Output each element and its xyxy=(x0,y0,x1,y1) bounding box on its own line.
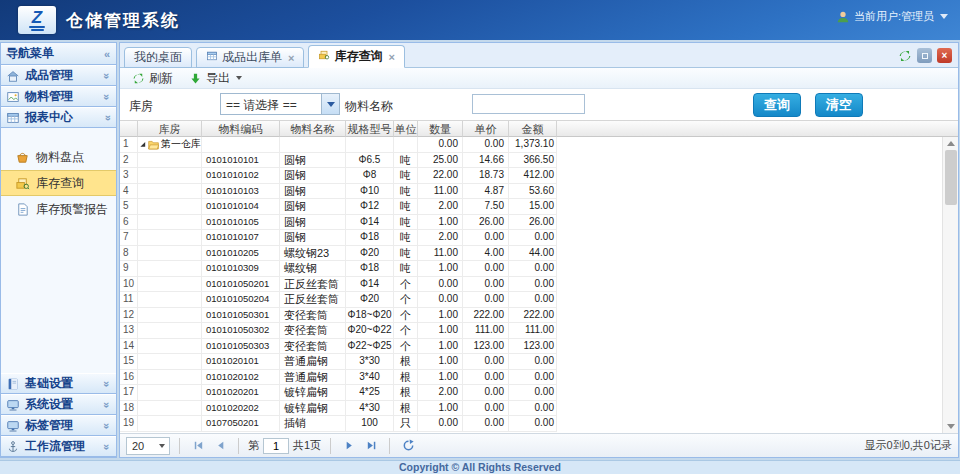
refresh-button[interactable]: 刷新 xyxy=(125,69,180,88)
first-page-button[interactable] xyxy=(189,437,207,455)
export-button[interactable]: 导出 xyxy=(182,69,249,88)
scrollbar-thumb[interactable] xyxy=(945,150,957,205)
sidebar-item-basic-settings[interactable]: 基础设置 » xyxy=(1,373,116,394)
table-row[interactable]: 3 0101010102 圆钢 Φ8 吨 22.00 18.73 412.00 xyxy=(120,168,958,184)
material-name-input[interactable] xyxy=(472,94,585,114)
table-row[interactable]: 13 010101050302 变径套筒 Φ20~Φ22 个 1.00 111.… xyxy=(120,323,958,339)
page-total-label: 共1页 xyxy=(293,438,321,453)
page-size-select[interactable]: 20 xyxy=(126,437,170,455)
table-row[interactable]: 2 0101010101 圆钢 Φ6.5 吨 25.00 14.66 366.5… xyxy=(120,153,958,169)
sidebar-item-workflow-management[interactable]: 工作流管理 » xyxy=(1,436,116,457)
row-number: 13 xyxy=(120,323,138,339)
cell-amount: 0.00 xyxy=(509,292,557,308)
col-material-name[interactable]: 物料名称 xyxy=(280,121,346,137)
close-icon[interactable]: × xyxy=(937,48,952,63)
table-row[interactable]: 4 0101010103 圆钢 Φ10 吨 11.00 4.87 53.60 xyxy=(120,184,958,200)
col-unit[interactable]: 单位 xyxy=(394,121,418,137)
sidebar-item-system-settings[interactable]: 系统设置 » xyxy=(1,394,116,415)
cell-material-name: 普通扁钢 xyxy=(280,354,346,370)
sidebar-title: 导航菜单 xyxy=(6,45,54,62)
tab-my-desktop[interactable]: 我的桌面 xyxy=(124,47,192,68)
tab-inventory-query[interactable]: 库存查询 × xyxy=(308,45,404,68)
last-page-button[interactable] xyxy=(362,437,380,455)
scroll-down-icon[interactable] xyxy=(947,424,955,429)
table-row[interactable]: 14 010101050303 变径套筒 Φ22~Φ25 个 1.00 123.… xyxy=(120,339,958,355)
scroll-up-icon[interactable] xyxy=(947,141,955,146)
table-row[interactable]: 11 010101050204 正反丝套筒 Φ20 个 0.00 0.00 0.… xyxy=(120,292,958,308)
sidebar-item-inventory-query[interactable]: 库存查询 xyxy=(1,170,116,196)
refresh-tab-icon[interactable] xyxy=(898,49,912,63)
prev-page-button[interactable] xyxy=(211,437,229,455)
sidebar-item-material-count[interactable]: 物料盘点 xyxy=(1,144,116,170)
query-button[interactable]: 查询 xyxy=(753,93,801,117)
sidebar-collapse-icon[interactable]: « xyxy=(104,48,110,60)
table-row[interactable]: 15 0101020101 普通扁钢 3*30 根 1.00 0.00 0.00 xyxy=(120,354,958,370)
cell-price: 4.00 xyxy=(463,246,509,262)
warehouse-select[interactable]: == 请选择 == xyxy=(220,93,340,115)
cell-unit: 个 xyxy=(394,339,418,355)
clear-button[interactable]: 清空 xyxy=(815,93,863,117)
chevron-down-icon xyxy=(159,444,165,448)
chevron-double-down-icon: » xyxy=(101,401,113,407)
cell-material-name: 变径套筒 xyxy=(280,339,346,355)
current-user-menu[interactable]: 当前用户:管理员 xyxy=(836,9,948,24)
cell-material-code: 0101010205 xyxy=(202,246,280,262)
next-page-button[interactable] xyxy=(340,437,358,455)
sidebar-item-materials[interactable]: 物料管理 » xyxy=(1,86,116,107)
col-material-code[interactable]: 物料编码 xyxy=(202,121,280,137)
sidebar-item-finished-goods[interactable]: 成品管理 » xyxy=(1,65,116,86)
tab-close-icon[interactable]: × xyxy=(288,52,294,64)
cell-amount: 0.00 xyxy=(509,370,557,386)
col-price[interactable]: 单价 xyxy=(463,121,509,137)
chevron-down-icon xyxy=(940,14,948,19)
sidebar-item-label-management[interactable]: 标签管理 » xyxy=(1,415,116,436)
combo-arrow-button[interactable] xyxy=(321,94,339,114)
tab-label: 我的桌面 xyxy=(134,49,182,66)
tab-finished-goods-outbound[interactable]: 成品出库单 × xyxy=(196,47,304,68)
sidebar: 导航菜单 « 成品管理 » 物料管理 » 报表中心 « xyxy=(0,42,117,458)
cell-price: 26.00 xyxy=(463,215,509,231)
vertical-scrollbar[interactable] xyxy=(942,137,958,433)
col-qty[interactable]: 数量 xyxy=(418,121,463,137)
table-row[interactable]: 17 0101020201 镀锌扁钢 4*25 根 2.00 0.00 0.00 xyxy=(120,385,958,401)
tree-group-row[interactable]: 1 第一仓库 0.00 0.00 1,373.10 xyxy=(120,137,958,153)
sidebar-item-label: 库存查询 xyxy=(36,175,84,192)
table-row[interactable]: 9 0101010309 螺纹钢 Φ18 吨 1.00 0.00 0.00 xyxy=(120,261,958,277)
col-rownum[interactable] xyxy=(120,121,138,137)
cell-qty: 0.00 xyxy=(418,416,463,432)
row-number: 1 xyxy=(120,137,138,153)
cell-unit: 吨 xyxy=(394,261,418,277)
table-row[interactable]: 6 0101010105 圆钢 Φ14 吨 1.00 26.00 26.00 xyxy=(120,215,958,231)
table-row[interactable]: 12 010101050301 变径套筒 Φ18~Φ20 个 1.00 222.… xyxy=(120,308,958,324)
cell-price: 18.73 xyxy=(463,168,509,184)
tab-close-icon[interactable]: × xyxy=(388,51,394,63)
page-prefix-label: 第 xyxy=(248,438,259,453)
table-row[interactable]: 10 010101050201 正反丝套筒 Φ14 个 0.00 0.00 0.… xyxy=(120,277,958,293)
table-row[interactable]: 7 0101010107 圆钢 Φ18 吨 2.00 0.00 0.00 xyxy=(120,230,958,246)
cell-spec: Φ6.5 xyxy=(346,153,394,169)
table-row[interactable]: 8 0101010205 螺纹钢23 Φ20 吨 11.00 4.00 44.0… xyxy=(120,246,958,262)
table-row[interactable]: 5 0101010104 圆钢 Φ12 吨 2.00 7.50 15.00 xyxy=(120,199,958,215)
sidebar-item-label: 报表中心 xyxy=(25,109,73,126)
sidebar-item-inventory-warning-report[interactable]: 库存预警报告 xyxy=(1,196,116,222)
table-row[interactable]: 19 0107050201 插销 100 只 0.00 0.00 0.00 xyxy=(120,416,958,432)
tree-expand-icon[interactable] xyxy=(140,141,146,148)
col-amount[interactable]: 金额 xyxy=(509,121,557,137)
col-warehouse[interactable]: 库房 xyxy=(138,121,202,137)
table-row[interactable]: 16 0101020102 普通扁钢 3*40 根 1.00 0.00 0.00 xyxy=(120,370,958,386)
main-panel: 我的桌面 成品出库单 × 库存查询 × × xyxy=(119,42,959,458)
table-row[interactable]: 18 0101020202 镀锌扁钢 4*30 根 1.00 0.00 0.00 xyxy=(120,401,958,417)
cell-spec: 100 xyxy=(346,416,394,432)
page-number-input[interactable] xyxy=(263,438,289,454)
cell-unit: 个 xyxy=(394,277,418,293)
cell-amount: 123.00 xyxy=(509,339,557,355)
cell-price: 0.00 xyxy=(463,277,509,293)
pager-refresh-button[interactable] xyxy=(399,437,417,455)
sidebar-item-report-center[interactable]: 报表中心 « xyxy=(1,107,116,128)
cell-spec: Φ14 xyxy=(346,215,394,231)
col-spec[interactable]: 规格型号 xyxy=(346,121,394,137)
maximize-icon[interactable] xyxy=(917,48,932,63)
export-label: 导出 xyxy=(206,70,230,87)
row-number: 17 xyxy=(120,385,138,401)
cell-spec: Φ20~Φ22 xyxy=(346,323,394,339)
